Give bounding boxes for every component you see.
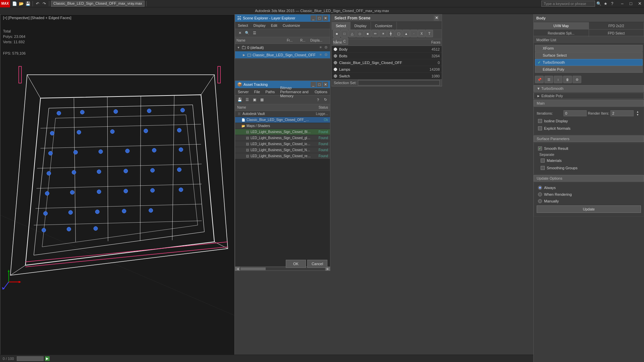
mod-pin-btn[interactable]: 📌 bbox=[535, 76, 544, 83]
mod-item-xform[interactable]: XForm bbox=[535, 45, 643, 52]
layer-gear-btn[interactable]: ⚙ bbox=[323, 45, 329, 50]
close-btn[interactable]: ✕ bbox=[635, 0, 644, 7]
close-panel-btn[interactable]: ✕ bbox=[323, 15, 328, 21]
search-input[interactable] bbox=[541, 1, 595, 7]
mod-item-epoly[interactable]: Editable Poly bbox=[535, 66, 643, 73]
le-menu-select[interactable]: Select bbox=[236, 23, 250, 28]
select-particle-btn[interactable]: · bbox=[410, 30, 418, 37]
mod-arrows-btn[interactable]: ↕ bbox=[554, 76, 562, 83]
asset-row-normal[interactable]: 🖼 LED_Light_Business_Sign_Closed_Normal.… bbox=[235, 147, 330, 153]
select-shape-btn[interactable]: ■ bbox=[364, 30, 371, 37]
obj-row-body[interactable]: Body 4512 bbox=[332, 46, 442, 53]
mod-item-surface[interactable]: Surface Select bbox=[535, 52, 643, 59]
at-menu-options[interactable]: Options bbox=[313, 89, 329, 95]
select-all-btn[interactable]: ■ bbox=[333, 30, 340, 37]
select-cam-btn[interactable]: ✏ bbox=[372, 30, 379, 37]
render-iter-down[interactable]: ▼ bbox=[634, 113, 641, 116]
minimize-btn[interactable]: – bbox=[618, 0, 627, 7]
at-help-btn[interactable]: ? bbox=[315, 97, 321, 103]
save-btn[interactable]: 💾 bbox=[25, 1, 31, 7]
le-tool-3[interactable]: ☰ bbox=[251, 30, 258, 37]
explicit-normals-checkbox[interactable] bbox=[538, 126, 542, 130]
minimize-panel-btn[interactable]: _ bbox=[311, 15, 316, 21]
obj-row-bolts[interactable]: Bolts 3264 bbox=[332, 53, 442, 59]
update-button[interactable]: Update bbox=[537, 205, 641, 213]
mod-tab-fpd[interactable]: FPD 2x2/2 bbox=[589, 22, 644, 29]
section-turbosmooth[interactable]: ▼ TurboSmooth bbox=[534, 85, 644, 92]
asset-row-vault[interactable]: ☵ Autodesk Vault Logge... bbox=[235, 111, 330, 117]
obj-row-switch[interactable]: Switch 1080 bbox=[332, 73, 442, 79]
at-scroll-left[interactable]: ◀ bbox=[235, 267, 240, 271]
mod-subtab-spline[interactable]: Renderable Spli... bbox=[534, 29, 589, 37]
render-iters-value[interactable]: 2 bbox=[610, 110, 634, 116]
undo-btn[interactable]: ↶ bbox=[35, 1, 41, 7]
at-close-btn[interactable]: ✕ bbox=[323, 82, 328, 87]
asset-row-diff[interactable]: 🖼 LED_Light_Business_Sign_Closed_Blue_di… bbox=[235, 129, 330, 135]
select-xref-btn[interactable]: X bbox=[418, 30, 425, 37]
redo-btn[interactable]: ↷ bbox=[41, 1, 47, 7]
le-menu-customize[interactable]: Customize bbox=[281, 23, 302, 28]
layer-row-sign[interactable]: ▶ Classic_Blue_LED_Sign_Closed_OFF ☀ ⚙ bbox=[235, 51, 330, 59]
layer-sun-btn-2[interactable]: ☀ bbox=[318, 52, 323, 58]
select-type-btn[interactable]: T bbox=[426, 30, 433, 37]
at-tool-4[interactable]: ▦ bbox=[259, 97, 265, 103]
mod-tab-uvw[interactable]: UVW Map bbox=[534, 22, 589, 29]
select-geo-btn[interactable]: ◇ bbox=[356, 30, 364, 37]
at-menu-paths[interactable]: Paths bbox=[264, 89, 276, 95]
asset-row-maps[interactable]: 📂 Maps / Shaders bbox=[235, 123, 330, 129]
render-iter-up[interactable]: ▲ bbox=[634, 110, 641, 113]
section-main[interactable]: Main bbox=[534, 100, 644, 107]
at-ok-btn[interactable]: OK bbox=[286, 260, 306, 268]
at-refresh-btn[interactable]: ↻ bbox=[322, 97, 329, 103]
at-menu-file[interactable]: File bbox=[253, 89, 261, 95]
expand-icon-2[interactable]: ▶ bbox=[242, 53, 246, 57]
new-btn[interactable]: 📄 bbox=[11, 1, 17, 7]
obj-row-sign[interactable]: Classic_Blue_LED_Sign_Closed_OFF 0 bbox=[332, 59, 442, 66]
mod-subtab-fpd[interactable]: FPD Select bbox=[589, 29, 644, 37]
isoline-checkbox[interactable] bbox=[538, 119, 542, 123]
materials-checkbox[interactable] bbox=[541, 159, 545, 163]
smooth-result-checkbox[interactable]: ✓ bbox=[538, 146, 542, 150]
selection-set-input[interactable] bbox=[358, 80, 440, 85]
help-icon[interactable]: ? bbox=[609, 1, 615, 7]
select-invert-btn[interactable]: △ bbox=[348, 30, 356, 37]
select-light-btn[interactable]: ☀ bbox=[379, 30, 387, 37]
tab-select[interactable]: Select bbox=[332, 22, 351, 30]
le-menu-display[interactable]: Display bbox=[252, 23, 267, 28]
layer-row-default[interactable]: ▼ 0 (default) ☀ ⚙ bbox=[235, 44, 330, 51]
at-menu-bitmap[interactable]: Bitmap Performance and Memory bbox=[279, 85, 311, 99]
section-epoly[interactable]: ► Editable Poly bbox=[534, 93, 644, 99]
select-helper-btn[interactable]: ╋ bbox=[387, 30, 394, 37]
when-rendering-radio[interactable] bbox=[538, 192, 542, 196]
asset-row-ior[interactable]: 🖼 LED_Light_Business_Sign_Closed_ior.png… bbox=[235, 141, 330, 147]
at-tool-3[interactable]: ▣ bbox=[251, 97, 258, 103]
asset-row-gloss[interactable]: 🖼 LED_Light_Business_Sign_Closed_glossin… bbox=[235, 135, 330, 141]
le-tool-2[interactable]: 🔍 bbox=[244, 30, 251, 37]
section-surface[interactable]: Surface Parameters bbox=[534, 135, 644, 142]
star-icon[interactable]: ★ bbox=[602, 1, 608, 7]
layer-gear-btn-2[interactable]: ⚙ bbox=[323, 52, 329, 58]
smoothing-groups-checkbox[interactable] bbox=[541, 166, 545, 170]
maximize-btn[interactable]: □ bbox=[627, 0, 635, 7]
at-restore-btn[interactable]: □ bbox=[317, 82, 322, 87]
select-none-btn[interactable]: □ bbox=[341, 30, 348, 37]
le-menu-edit[interactable]: Edit bbox=[270, 23, 279, 28]
close-scene-btn[interactable]: ✕ bbox=[434, 15, 439, 21]
at-cancel-btn[interactable]: Cancel bbox=[307, 260, 327, 268]
select-wrap-btn[interactable]: ▢ bbox=[395, 30, 402, 37]
tab-customize[interactable]: Customize bbox=[371, 22, 397, 30]
layer-sun-btn[interactable]: ☀ bbox=[318, 45, 323, 50]
mod-delete-btn[interactable]: 🗑 bbox=[563, 76, 572, 83]
select-bone-btn[interactable]: ▲ bbox=[402, 30, 410, 37]
mod-item-turbo[interactable]: ✓ TurboSmooth bbox=[535, 59, 643, 66]
asset-row-maxfile[interactable]: 📄 Classic_Blue_LED_Sign_Closed_OFF_max_v… bbox=[235, 117, 330, 123]
mod-settings-btn[interactable]: ⚙ bbox=[573, 76, 581, 83]
open-btn[interactable]: 📂 bbox=[18, 1, 24, 7]
mod-list-btn[interactable]: ☰ bbox=[544, 76, 553, 83]
tab-display[interactable]: Display bbox=[351, 22, 371, 30]
section-update[interactable]: Update Options bbox=[534, 175, 644, 182]
play-btn[interactable]: ▶ bbox=[45, 356, 50, 361]
layer-explorer-titlebar[interactable]: ☵ Scene Explorer - Layer Explorer _ □ ✕ bbox=[235, 14, 330, 22]
expand-icon[interactable]: ▼ bbox=[236, 46, 240, 50]
at-menu-server[interactable]: Server bbox=[236, 89, 250, 95]
